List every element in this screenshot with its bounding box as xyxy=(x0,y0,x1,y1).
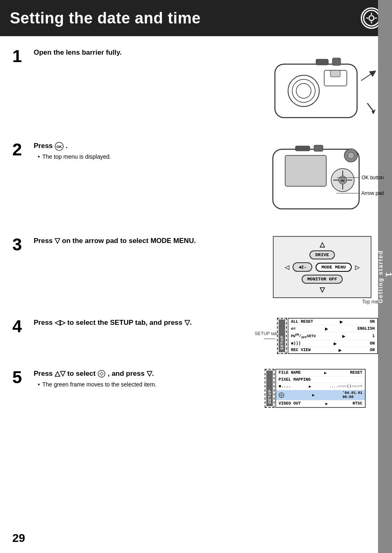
top-menu-caption: Top menu xyxy=(261,299,384,305)
setup-menu: ALL RESET ▶ ON ✿≡ ▶ ENGLISH PWON/OFFSETU… xyxy=(288,318,378,354)
step-1-title: Open the lens barrier fully. xyxy=(34,48,256,58)
top-menu-diagram: △ DRIVE ◁ ◀I- MODE MENU ▷ MON xyxy=(273,236,371,298)
clock-icon xyxy=(97,370,106,378)
step-3: 3 Press ▽ on the arrow pad to select MOD… xyxy=(12,236,384,305)
svg-point-26 xyxy=(100,373,103,375)
sidebar-text: Getting started xyxy=(377,250,384,303)
filename-menu: FILE NAME ▶ RESET PIXEL MAPPING ■.... ▶ xyxy=(275,369,366,408)
setup-tab-arrow-line xyxy=(264,337,276,341)
step-4-number: 4 xyxy=(12,317,22,336)
svg-rect-7 xyxy=(316,59,328,65)
setup-item-power: PWON/OFFSETU ▶ 1 xyxy=(288,332,377,340)
main-content: 1 Open the lens barrier fully. xyxy=(0,48,392,421)
svg-point-3 xyxy=(288,75,319,106)
sidebar-number: 1 xyxy=(384,272,392,277)
svg-rect-19 xyxy=(314,145,323,151)
filename-item-card: ■.... ▶ ....○○○○()○○○○+ xyxy=(276,383,365,390)
clock-icon-small xyxy=(279,392,284,398)
step-5-bullet: The green frame moves to the selected it… xyxy=(38,381,256,388)
step-4: 4 Press ◁▷ to select the SETUP tab, and … xyxy=(12,318,384,356)
steps-area: 1 Open the lens barrier fully. xyxy=(12,48,388,421)
ok-button-line xyxy=(337,175,362,180)
page-title: Setting the date and time xyxy=(10,9,201,27)
page-number: 29 xyxy=(12,532,25,545)
camera-illustration-1 xyxy=(263,48,382,128)
svg-rect-2 xyxy=(275,64,357,118)
monitor-off-button: MONITOR OFF xyxy=(302,275,343,284)
step-5-number: 5 xyxy=(12,368,22,387)
step-1: 1 Open the lens barrier fully. xyxy=(12,48,384,128)
mode-menu-button: MODE MENU xyxy=(316,263,351,272)
svg-point-5 xyxy=(296,83,311,98)
svg-rect-18 xyxy=(295,146,310,151)
svg-point-21 xyxy=(348,152,354,159)
step-2-title: Press OK . xyxy=(34,141,256,151)
svg-point-1 xyxy=(369,16,374,21)
drive-icon-button: ◀I- xyxy=(293,262,312,272)
filename-item-file-name: FILE NAME ▶ RESET xyxy=(276,370,365,377)
svg-point-4 xyxy=(292,79,315,102)
step-3-title: Press ▽ on the arrow pad to select MODE … xyxy=(34,236,256,246)
arrow-pad-line xyxy=(337,190,361,196)
step-2: 2 Press OK . The top menu is displayed. xyxy=(12,141,384,223)
camera-illustration-2: OK xyxy=(263,141,382,221)
setup-item-beep: ■))) ▶ ON xyxy=(288,340,377,347)
drive-button: DRIVE xyxy=(309,250,334,259)
svg-text:OK: OK xyxy=(56,145,62,149)
left-arrow: ◁ xyxy=(285,264,289,271)
arrow-pad-label: Arrow pad xyxy=(361,190,384,196)
page-header: Setting the date and time xyxy=(0,0,392,36)
filename-item-clock: ▶ '04.01.0100:00 xyxy=(276,390,365,400)
setup-item-rec-view: REC VIEW ▶ ON xyxy=(288,347,377,353)
setup-item-all-reset: ALL RESET ▶ ON xyxy=(288,319,377,325)
filename-item-pixel-mapping: PIXEL MAPPING xyxy=(276,377,365,383)
step-1-number: 1 xyxy=(12,46,22,66)
step-3-number: 3 xyxy=(12,235,22,254)
ok-button-label: OK button xyxy=(362,175,384,180)
ok-button-icon: OK xyxy=(55,142,64,151)
setup-tab-indicator: SETUP xyxy=(279,319,285,352)
filename-setup-tab: SETUP xyxy=(266,370,273,406)
right-sidebar: 1 Getting started xyxy=(378,0,392,553)
svg-rect-9 xyxy=(330,70,340,77)
step-4-title: Press ◁▷ to select the SETUP tab, and pr… xyxy=(34,318,256,328)
right-arrow: ▷ xyxy=(355,264,360,271)
step-2-number: 2 xyxy=(12,140,22,159)
svg-point-0 xyxy=(364,10,379,26)
svg-rect-14 xyxy=(285,155,326,186)
step-5-title: Press △▽ to select , and press ▽. xyxy=(34,369,256,379)
filename-item-video-out: VIDEO OUT ▶ NTSC xyxy=(276,400,365,407)
svg-point-28 xyxy=(281,394,282,396)
step-2-bullet: The top menu is displayed. xyxy=(38,153,256,160)
svg-rect-8 xyxy=(332,58,341,65)
setup-item-language: ✿≡ ▶ ENGLISH xyxy=(288,325,377,332)
step-5: 5 Press △▽ to select , and press ▽. The … xyxy=(12,369,384,408)
